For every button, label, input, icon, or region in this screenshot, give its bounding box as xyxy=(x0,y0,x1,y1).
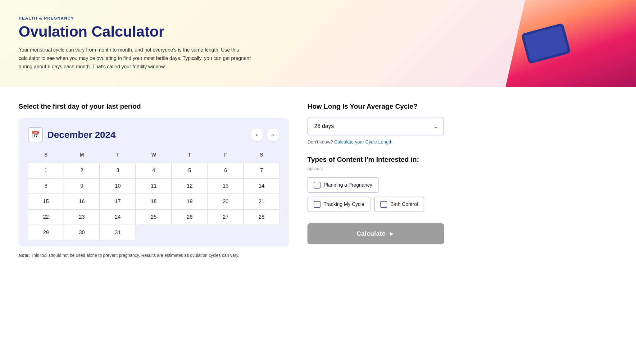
cal-day-29[interactable]: 29 xyxy=(28,225,64,240)
cal-day-16[interactable]: 16 xyxy=(64,194,100,209)
day-header-tue: T xyxy=(100,150,136,163)
cal-day-26[interactable]: 26 xyxy=(172,209,208,225)
page-title: Ovulation Calculator xyxy=(19,24,252,40)
cal-day-21[interactable]: 21 xyxy=(243,194,279,209)
cal-empty-2 xyxy=(172,225,208,240)
left-column: Select the first day of your last period… xyxy=(19,102,289,258)
day-header-thu: T xyxy=(172,150,208,163)
dont-know-prefix: Don't know? xyxy=(307,139,333,144)
cal-day-25[interactable]: 25 xyxy=(136,209,172,225)
note-body: This tool should not be used alone to pr… xyxy=(31,253,239,258)
cal-day-11[interactable]: 11 xyxy=(136,178,172,194)
hero-description: Your menstrual cycle can vary from month… xyxy=(19,46,252,71)
cal-day-5[interactable]: 5 xyxy=(172,163,208,178)
day-header-mon: M xyxy=(64,150,100,163)
main-content: Select the first day of your last period… xyxy=(0,87,636,270)
cal-day-3[interactable]: 3 xyxy=(100,163,136,178)
cal-day-1[interactable]: 1 xyxy=(28,163,64,178)
calendar-header: 📅 December 2024 ‹ › xyxy=(28,127,279,142)
calendar-note: Note: This tool should not be used alone… xyxy=(19,253,289,258)
calendar-wrapper: 📅 December 2024 ‹ › S M T W T F S 1 xyxy=(19,118,289,247)
cal-day-31[interactable]: 31 xyxy=(100,225,136,240)
calendar-section-label: Select the first day of your last period xyxy=(19,102,289,111)
cal-day-8[interactable]: 8 xyxy=(28,178,64,194)
cycle-question-label: How Long Is Your Average Cycle? xyxy=(307,102,444,111)
cal-day-14[interactable]: 14 xyxy=(243,178,279,194)
cal-day-17[interactable]: 17 xyxy=(100,194,136,209)
cycle-select-wrapper: 21 days 22 days 23 days 24 days 25 days … xyxy=(307,117,444,135)
content-interests-group: Planning a Pregnancy Tracking My Cycle B… xyxy=(307,177,444,212)
next-month-button[interactable]: › xyxy=(266,128,279,141)
cal-day-24[interactable]: 24 xyxy=(100,209,136,225)
hero-image-inner xyxy=(506,0,636,87)
cal-day-4[interactable]: 4 xyxy=(136,163,172,178)
cal-day-9[interactable]: 9 xyxy=(64,178,100,194)
dont-know-text: Don't know? Calculate your Cycle Length xyxy=(307,139,444,144)
calendar-month-wrap: 📅 December 2024 xyxy=(28,127,116,142)
calendar-grid: S M T W T F S 1 2 3 4 5 6 7 8 9 10 11 xyxy=(28,150,279,240)
cal-day-6[interactable]: 6 xyxy=(208,163,244,178)
calculate-button-arrow: ► xyxy=(389,230,395,237)
cal-day-10[interactable]: 10 xyxy=(100,178,136,194)
prev-month-button[interactable]: ‹ xyxy=(250,128,263,141)
day-header-wed: W xyxy=(136,150,172,163)
hero-category: HEALTH & PREGNANCY xyxy=(19,16,252,20)
hero-image xyxy=(506,0,636,87)
cal-day-28[interactable]: 28 xyxy=(243,209,279,225)
cal-empty-3 xyxy=(208,225,244,240)
checkbox-label-tracking: Tracking My Cycle xyxy=(324,202,364,207)
cal-day-22[interactable]: 22 xyxy=(28,209,64,225)
calculate-button[interactable]: Calculate ► xyxy=(307,223,444,244)
note-bold: Note: xyxy=(19,253,30,258)
cycle-length-select[interactable]: 21 days 22 days 23 days 24 days 25 days … xyxy=(307,117,444,135)
checkbox-label-birth-control: Birth Control xyxy=(390,202,418,207)
cal-day-20[interactable]: 20 xyxy=(208,194,244,209)
day-header-fri: F xyxy=(208,150,244,163)
cal-day-27[interactable]: 27 xyxy=(208,209,244,225)
right-column: How Long Is Your Average Cycle? 21 days … xyxy=(307,102,444,258)
checkbox-tracking-cycle[interactable]: Tracking My Cycle xyxy=(307,197,370,212)
hero-text: HEALTH & PREGNANCY Ovulation Calculator … xyxy=(19,16,252,71)
cal-day-13[interactable]: 13 xyxy=(208,178,244,194)
content-interests-label: Types of Content I'm Interested in: xyxy=(307,156,444,164)
calendar-month-title: December 2024 xyxy=(47,130,116,140)
calculate-button-label: Calculate xyxy=(357,230,385,237)
day-header-sun: S xyxy=(28,150,64,163)
phone-device-illustration xyxy=(521,23,571,64)
cal-day-30[interactable]: 30 xyxy=(64,225,100,240)
calendar-icon: 📅 xyxy=(28,127,43,142)
cal-day-7[interactable]: 7 xyxy=(243,163,279,178)
checkbox-icon-planning xyxy=(314,182,320,189)
cal-day-23[interactable]: 23 xyxy=(64,209,100,225)
day-header-sat: S xyxy=(243,150,279,163)
cal-day-2[interactable]: 2 xyxy=(64,163,100,178)
checkbox-icon-birth-control xyxy=(380,201,387,208)
cal-day-18[interactable]: 18 xyxy=(136,194,172,209)
cal-day-15[interactable]: 15 xyxy=(28,194,64,209)
cal-day-12[interactable]: 12 xyxy=(172,178,208,194)
optional-label: optional xyxy=(307,166,444,171)
cal-empty-1 xyxy=(136,225,172,240)
cal-empty-4 xyxy=(243,225,279,240)
hero-section: HEALTH & PREGNANCY Ovulation Calculator … xyxy=(0,0,636,87)
checkbox-label-planning: Planning a Pregnancy xyxy=(324,182,372,188)
checkbox-birth-control[interactable]: Birth Control xyxy=(374,197,424,212)
checkbox-icon-tracking xyxy=(314,201,320,208)
cal-day-19[interactable]: 19 xyxy=(172,194,208,209)
checkbox-planning-pregnancy[interactable]: Planning a Pregnancy xyxy=(307,177,379,193)
calendar-nav: ‹ › xyxy=(250,128,279,141)
calculate-cycle-length-link[interactable]: Calculate your Cycle Length xyxy=(334,139,393,144)
